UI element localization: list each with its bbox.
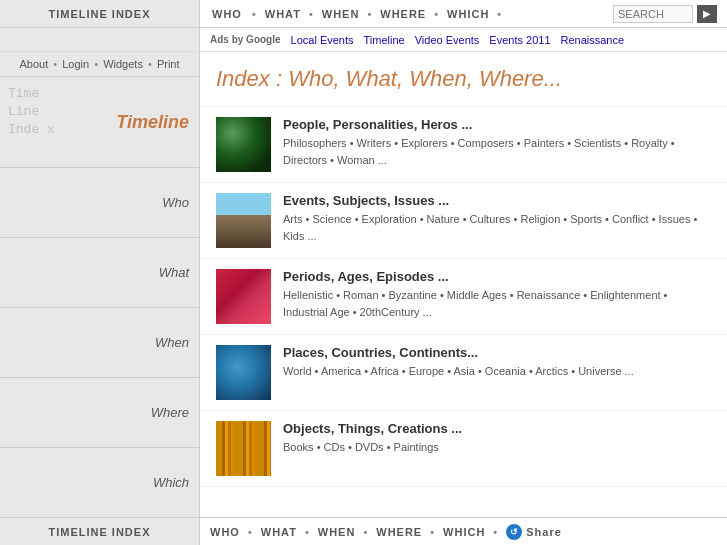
subnav-link-video-events[interactable]: Video Events xyxy=(415,34,480,46)
who-image-placeholder xyxy=(216,117,271,172)
when-desc: Hellenistic • Roman • Byzantine • Middle… xyxy=(283,287,711,320)
subnav-links: Ads by Google Local Events Timeline Vide… xyxy=(200,34,727,46)
sidebar-row-when[interactable]: When xyxy=(0,307,199,377)
where-image-placeholder xyxy=(216,345,271,400)
where-desc: World • America • Africa • Europe • Asia… xyxy=(283,363,711,380)
sidebar-title-area: TimeLineInde x Timeline xyxy=(0,77,199,167)
content-row-who[interactable]: People, Personalities, Heros ... Philoso… xyxy=(200,107,727,183)
print-link[interactable]: Print xyxy=(157,58,180,70)
header-left-title: TIMELINE INDEX xyxy=(0,0,200,27)
about-link[interactable]: About xyxy=(20,58,49,70)
sidebar-who-label: Who xyxy=(162,195,189,210)
content-area: Index : Who, What, When, Where... People… xyxy=(200,52,727,517)
share-button[interactable]: ↺ Share xyxy=(506,524,562,540)
who-text: People, Personalities, Heros ... Philoso… xyxy=(283,117,711,168)
sidebar-when-label: When xyxy=(155,335,189,350)
content-row-where[interactable]: Places, Countries, Continents... World •… xyxy=(200,335,727,411)
where-heading: Places, Countries, Continents... xyxy=(283,345,711,360)
which-text: Objects, Things, Creations ... Books • C… xyxy=(283,421,711,456)
header: TIMELINE INDEX WHO • WHAT • WHEN • WHERE… xyxy=(0,0,727,28)
widgets-link[interactable]: Widgets xyxy=(103,58,143,70)
content-row-when[interactable]: Periods, Ages, Episodes ... Hellenistic … xyxy=(200,259,727,335)
content-row-which[interactable]: Objects, Things, Creations ... Books • C… xyxy=(200,411,727,487)
sidebar-top-links: About • Login • Widgets • Print xyxy=(0,52,199,77)
content-title: Index : Who, What, When, Where... xyxy=(200,52,727,107)
header-nav: WHO • WHAT • WHEN • WHERE • WHICH • ▶ xyxy=(200,5,727,23)
sidebar-which-label: Which xyxy=(153,475,189,490)
sidebar-row-where[interactable]: Where xyxy=(0,377,199,447)
which-heading: Objects, Things, Creations ... xyxy=(283,421,711,436)
footer-nav-where[interactable]: WHERE xyxy=(376,526,422,538)
where-text: Places, Countries, Continents... World •… xyxy=(283,345,711,380)
search-area: ▶ xyxy=(613,5,717,23)
nav-when[interactable]: WHEN xyxy=(322,8,360,20)
nav-who[interactable]: WHO xyxy=(212,8,242,20)
footer-nav-which[interactable]: WHICH xyxy=(443,526,485,538)
which-desc: Books • CDs • DVDs • Paintings xyxy=(283,439,711,456)
content-row-what[interactable]: Events, Subjects, Issues ... Arts • Scie… xyxy=(200,183,727,259)
nav-what[interactable]: WHAT xyxy=(265,8,301,20)
when-image xyxy=(216,269,271,324)
share-icon: ↺ xyxy=(506,524,522,540)
footer-nav: TIMELINE INDEX WHO • WHAT • WHEN • WHERE… xyxy=(0,517,727,545)
search-input[interactable] xyxy=(613,5,693,23)
subnav-link-events-2011[interactable]: Events 2011 xyxy=(489,34,550,46)
when-image-placeholder xyxy=(216,269,271,324)
when-heading: Periods, Ages, Episodes ... xyxy=(283,269,711,284)
footer-right: WHO • WHAT • WHEN • WHERE • WHICH • ↺ Sh… xyxy=(200,524,727,540)
sidebar-row-which[interactable]: Which xyxy=(0,447,199,517)
who-desc: Philosophers • Writers • Explorers • Com… xyxy=(283,135,711,168)
sidebar-what-label: What xyxy=(159,265,189,280)
search-button[interactable]: ▶ xyxy=(697,5,717,23)
sidebar-where-label: Where xyxy=(151,405,189,420)
main-area: About • Login • Widgets • Print TimeLine… xyxy=(0,52,727,517)
sidebar-title[interactable]: Timeline xyxy=(116,112,189,133)
who-image xyxy=(216,117,271,172)
subnav-link-timeline[interactable]: Timeline xyxy=(364,34,405,46)
sidebar-row-what[interactable]: What xyxy=(0,237,199,307)
sidebar: About • Login • Widgets • Print TimeLine… xyxy=(0,52,200,517)
ads-by-google-label: Ads by Google xyxy=(210,34,281,45)
subnav: Ads by Google Local Events Timeline Vide… xyxy=(0,28,727,52)
subnav-left-spacer xyxy=(0,28,200,51)
subnav-link-local-events[interactable]: Local Events xyxy=(291,34,354,46)
nav-where[interactable]: WHERE xyxy=(380,8,426,20)
share-label: Share xyxy=(526,526,562,538)
when-text: Periods, Ages, Episodes ... Hellenistic … xyxy=(283,269,711,320)
sidebar-row-who[interactable]: Who xyxy=(0,167,199,237)
nav-which[interactable]: WHICH xyxy=(447,8,489,20)
sidebar-watermark: TimeLineInde x xyxy=(0,77,63,148)
what-heading: Events, Subjects, Issues ... xyxy=(283,193,711,208)
what-image-placeholder xyxy=(216,193,271,248)
subnav-link-renaissance[interactable]: Renaissance xyxy=(561,34,625,46)
footer-nav-when[interactable]: WHEN xyxy=(318,526,356,538)
which-image xyxy=(216,421,271,476)
what-image xyxy=(216,193,271,248)
who-heading: People, Personalities, Heros ... xyxy=(283,117,711,132)
footer-nav-what[interactable]: WHAT xyxy=(261,526,297,538)
footer-left-title: TIMELINE INDEX xyxy=(0,518,200,545)
what-desc: Arts • Science • Exploration • Nature • … xyxy=(283,211,711,244)
what-text: Events, Subjects, Issues ... Arts • Scie… xyxy=(283,193,711,244)
login-link[interactable]: Login xyxy=(62,58,89,70)
where-image xyxy=(216,345,271,400)
which-image-placeholder xyxy=(216,421,271,476)
footer-nav-who[interactable]: WHO xyxy=(210,526,240,538)
